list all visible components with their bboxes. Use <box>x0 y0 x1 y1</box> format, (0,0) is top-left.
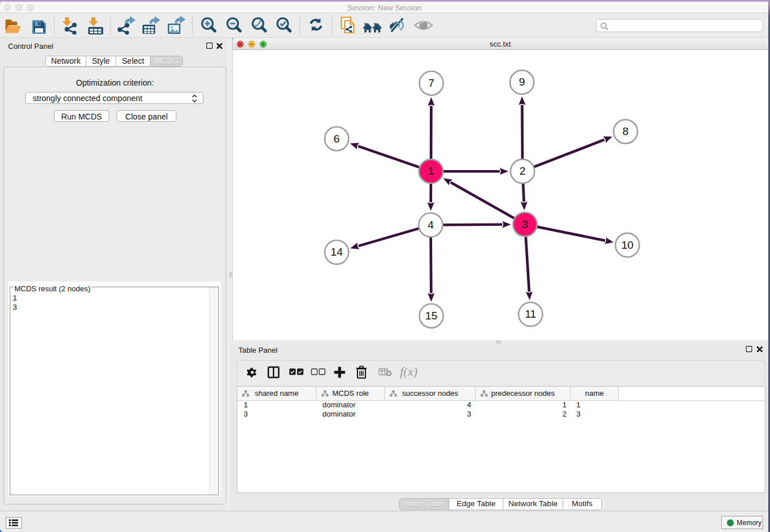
svg-text:10: 10 <box>621 239 633 251</box>
svg-text:4: 4 <box>428 219 434 231</box>
svg-text:1: 1 <box>428 165 434 177</box>
svg-text:3: 3 <box>522 218 528 230</box>
svg-text:9: 9 <box>519 76 525 88</box>
svg-text:14: 14 <box>330 246 343 258</box>
svg-text:11: 11 <box>525 308 536 320</box>
svg-text:2: 2 <box>519 165 526 177</box>
svg-text:7: 7 <box>428 77 434 89</box>
svg-text:15: 15 <box>425 310 437 322</box>
svg-text:8: 8 <box>622 125 629 137</box>
svg-text:6: 6 <box>334 133 340 145</box>
